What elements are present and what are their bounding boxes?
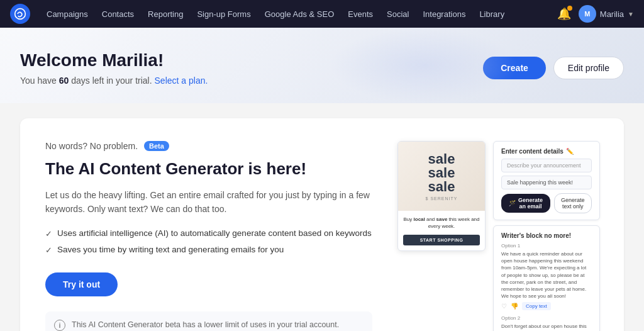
hero-title: Welcome Marilia! [20, 50, 208, 70]
disclaimer-text: This AI Content Generator beta has a low… [72, 319, 364, 331]
email-cta-button: START SHOPPING [403, 235, 480, 245]
user-name: Marilia [600, 9, 624, 19]
user-menu[interactable]: M Marilia ▼ [579, 5, 634, 23]
svg-point-0 [15, 9, 26, 20]
ai-description: Let us do the heavy lifting. Get an enti… [45, 188, 372, 216]
copy-text-button-1[interactable]: Copy text [522, 302, 551, 310]
nav-item-signup-forms[interactable]: Sign-up Forms [191, 6, 257, 23]
email-body-text: Buy local and save this week and every w… [403, 216, 480, 230]
email-preview-card: salesalesale $ SERENITY Buy local and sa… [397, 141, 486, 251]
sale-text: salesalesale [428, 152, 455, 194]
email-preview-body: Buy local and save this week and every w… [398, 211, 485, 250]
avatar: M [579, 5, 596, 23]
option1-text: We have a quick reminder about our open … [501, 250, 592, 300]
feature-2-text: Saves you time by writing text and gener… [57, 245, 284, 254]
ai-feature-1: ✓ Uses artificial intelligence (AI) to a… [45, 228, 372, 238]
nav-item-campaigns[interactable]: Campaigns [40, 6, 94, 23]
checkmark-icon-1: ✓ [45, 229, 52, 238]
option1-label: Option 1 [501, 243, 592, 249]
ai-content-left: No words? No problem. Beta The AI Conten… [45, 141, 372, 331]
logo[interactable] [10, 4, 30, 24]
panel-placeholder-input[interactable]: Describe your announcement [501, 159, 592, 172]
ai-heading: The AI Content Generator is here! [45, 159, 372, 179]
option2-text: Don't forget about our open house this w… [501, 323, 592, 331]
navigation: Campaigns Contacts Reporting Sign-up For… [0, 0, 644, 28]
ai-content-card: No words? No problem. Beta The AI Conten… [20, 118, 624, 331]
nav-item-google-ads-seo[interactable]: Google Ads & SEO [258, 6, 341, 23]
edit-profile-button[interactable]: Edit profile [553, 57, 624, 79]
nav-item-reporting[interactable]: Reporting [142, 6, 189, 23]
heart-icon[interactable]: ♡ [501, 303, 507, 310]
generate-email-button[interactable]: 🪄 Generate an email [501, 194, 550, 213]
pencil-icon: ✏️ [566, 148, 574, 155]
panel-filled-input[interactable]: Sale happening this week! [501, 176, 592, 189]
checkmark-icon-2: ✓ [45, 245, 52, 255]
info-icon: i [54, 320, 65, 331]
notification-dot [567, 6, 572, 11]
notifications-button[interactable]: 🔔 [557, 7, 571, 21]
thumbs-down-icon[interactable]: 👎 [511, 303, 518, 310]
magic-wand-icon: 🪄 [509, 200, 516, 206]
ai-panels: Enter content details ✏️ Describe your a… [493, 141, 600, 331]
beta-badge: Beta [144, 141, 169, 151]
brand-label: $ SERENITY [426, 196, 458, 201]
generate-btn-row: 🪄 Generate an email Generate text only [501, 193, 592, 213]
ai-tagline: No words? No problem. Beta [45, 141, 372, 151]
nav-items: Campaigns Contacts Reporting Sign-up For… [40, 6, 555, 23]
trial-suffix: days left in your trial. [69, 76, 152, 86]
main-content: No words? No problem. Beta The AI Conten… [0, 103, 644, 331]
nav-right: 🔔 M Marilia ▼ [557, 5, 634, 23]
nav-item-contacts[interactable]: Contacts [96, 6, 140, 23]
writers-block-title: Writer's block no more! [501, 232, 592, 239]
ai-feature-2: ✓ Saves you time by writing text and gen… [45, 245, 372, 255]
tagline-text: No words? No problem. [45, 141, 138, 151]
hero-section: Welcome Marilia! You have 60 days left i… [0, 28, 644, 103]
option1-actions: ♡ 👎 Copy text [501, 302, 592, 310]
trial-prefix: You have [20, 76, 59, 86]
ai-features-list: ✓ Uses artificial intelligence (AI) to a… [45, 228, 372, 255]
chevron-down-icon: ▼ [628, 11, 634, 18]
try-it-out-button[interactable]: Try it out [45, 272, 118, 296]
select-plan-link[interactable]: Select a plan. [155, 76, 208, 86]
writers-block-panel: Writer's block no more! Option 1 We have… [493, 225, 600, 331]
feature-1-text: Uses artificial intelligence (AI) to aut… [57, 228, 372, 238]
nav-item-library[interactable]: Library [473, 6, 511, 23]
nav-item-events[interactable]: Events [341, 6, 379, 23]
ai-visual-section: salesalesale $ SERENITY Buy local and sa… [397, 141, 599, 331]
trial-days: 60 [59, 76, 69, 86]
nav-item-social[interactable]: Social [380, 6, 415, 23]
generate-text-button[interactable]: Generate text only [554, 193, 592, 213]
hero-subtitle: You have 60 days left in your trial. Sel… [20, 76, 208, 86]
option2-label: Option 2 [501, 315, 592, 321]
nav-item-integrations[interactable]: Integrations [416, 6, 472, 23]
hero-bg-shape [330, 28, 518, 103]
email-preview-header: salesalesale $ SERENITY [398, 142, 485, 211]
hero-text: Welcome Marilia! You have 60 days left i… [20, 50, 208, 86]
enter-content-panel: Enter content details ✏️ Describe your a… [493, 141, 600, 220]
ai-disclaimer: i This AI Content Generator beta has a l… [45, 311, 372, 331]
enter-content-title: Enter content details ✏️ [501, 148, 592, 155]
